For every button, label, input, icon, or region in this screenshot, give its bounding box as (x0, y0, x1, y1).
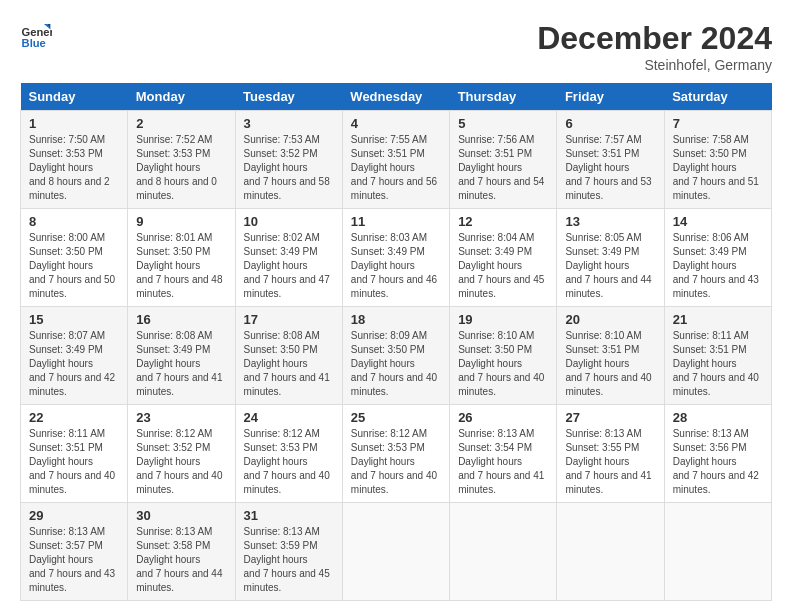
day-info: Sunrise: 8:07 AMSunset: 3:49 PMDaylight … (29, 329, 119, 399)
day-number: 9 (136, 214, 226, 229)
day-info: Sunrise: 8:11 AMSunset: 3:51 PMDaylight … (673, 329, 763, 399)
day-info: Sunrise: 8:11 AMSunset: 3:51 PMDaylight … (29, 427, 119, 497)
location: Steinhofel, Germany (537, 57, 772, 73)
day-number: 13 (565, 214, 655, 229)
day-info: Sunrise: 8:05 AMSunset: 3:49 PMDaylight … (565, 231, 655, 301)
col-friday: Friday (557, 83, 664, 111)
calendar-cell (664, 503, 771, 601)
day-info: Sunrise: 8:09 AMSunset: 3:50 PMDaylight … (351, 329, 441, 399)
calendar-cell: 5 Sunrise: 7:56 AMSunset: 3:51 PMDayligh… (450, 111, 557, 209)
day-info: Sunrise: 8:12 AMSunset: 3:52 PMDaylight … (136, 427, 226, 497)
calendar-cell: 28 Sunrise: 8:13 AMSunset: 3:56 PMDaylig… (664, 405, 771, 503)
calendar-cell: 27 Sunrise: 8:13 AMSunset: 3:55 PMDaylig… (557, 405, 664, 503)
calendar-cell: 18 Sunrise: 8:09 AMSunset: 3:50 PMDaylig… (342, 307, 449, 405)
day-number: 17 (244, 312, 334, 327)
day-info: Sunrise: 8:12 AMSunset: 3:53 PMDaylight … (244, 427, 334, 497)
day-number: 4 (351, 116, 441, 131)
calendar-cell: 7 Sunrise: 7:58 AMSunset: 3:50 PMDayligh… (664, 111, 771, 209)
day-number: 29 (29, 508, 119, 523)
day-number: 8 (29, 214, 119, 229)
calendar-cell: 2 Sunrise: 7:52 AMSunset: 3:53 PMDayligh… (128, 111, 235, 209)
calendar-cell (450, 503, 557, 601)
calendar-cell: 6 Sunrise: 7:57 AMSunset: 3:51 PMDayligh… (557, 111, 664, 209)
day-info: Sunrise: 8:08 AMSunset: 3:49 PMDaylight … (136, 329, 226, 399)
day-number: 28 (673, 410, 763, 425)
svg-text:Blue: Blue (22, 37, 46, 49)
day-number: 21 (673, 312, 763, 327)
col-thursday: Thursday (450, 83, 557, 111)
calendar-cell: 8 Sunrise: 8:00 AMSunset: 3:50 PMDayligh… (21, 209, 128, 307)
day-info: Sunrise: 7:58 AMSunset: 3:50 PMDaylight … (673, 133, 763, 203)
calendar-cell: 23 Sunrise: 8:12 AMSunset: 3:52 PMDaylig… (128, 405, 235, 503)
day-number: 31 (244, 508, 334, 523)
day-number: 24 (244, 410, 334, 425)
svg-text:General: General (22, 26, 52, 38)
day-number: 14 (673, 214, 763, 229)
day-info: Sunrise: 8:08 AMSunset: 3:50 PMDaylight … (244, 329, 334, 399)
calendar-cell: 3 Sunrise: 7:53 AMSunset: 3:52 PMDayligh… (235, 111, 342, 209)
calendar-cell (342, 503, 449, 601)
day-info: Sunrise: 8:13 AMSunset: 3:59 PMDaylight … (244, 525, 334, 595)
calendar-cell: 25 Sunrise: 8:12 AMSunset: 3:53 PMDaylig… (342, 405, 449, 503)
day-number: 10 (244, 214, 334, 229)
day-number: 23 (136, 410, 226, 425)
day-number: 12 (458, 214, 548, 229)
calendar-cell: 4 Sunrise: 7:55 AMSunset: 3:51 PMDayligh… (342, 111, 449, 209)
day-number: 15 (29, 312, 119, 327)
day-number: 19 (458, 312, 548, 327)
calendar-week-row: 1 Sunrise: 7:50 AMSunset: 3:53 PMDayligh… (21, 111, 772, 209)
calendar-cell: 22 Sunrise: 8:11 AMSunset: 3:51 PMDaylig… (21, 405, 128, 503)
calendar-cell: 9 Sunrise: 8:01 AMSunset: 3:50 PMDayligh… (128, 209, 235, 307)
calendar-cell: 12 Sunrise: 8:04 AMSunset: 3:49 PMDaylig… (450, 209, 557, 307)
calendar-cell: 11 Sunrise: 8:03 AMSunset: 3:49 PMDaylig… (342, 209, 449, 307)
day-number: 11 (351, 214, 441, 229)
calendar-header-row: Sunday Monday Tuesday Wednesday Thursday… (21, 83, 772, 111)
calendar-cell: 20 Sunrise: 8:10 AMSunset: 3:51 PMDaylig… (557, 307, 664, 405)
day-info: Sunrise: 7:57 AMSunset: 3:51 PMDaylight … (565, 133, 655, 203)
calendar-cell: 10 Sunrise: 8:02 AMSunset: 3:49 PMDaylig… (235, 209, 342, 307)
day-info: Sunrise: 8:06 AMSunset: 3:49 PMDaylight … (673, 231, 763, 301)
day-number: 6 (565, 116, 655, 131)
calendar-cell (557, 503, 664, 601)
day-number: 30 (136, 508, 226, 523)
page-header: General Blue December 2024 Steinhofel, G… (20, 20, 772, 73)
day-number: 25 (351, 410, 441, 425)
calendar-cell: 15 Sunrise: 8:07 AMSunset: 3:49 PMDaylig… (21, 307, 128, 405)
month-title: December 2024 (537, 20, 772, 57)
day-info: Sunrise: 8:13 AMSunset: 3:54 PMDaylight … (458, 427, 548, 497)
calendar-week-row: 8 Sunrise: 8:00 AMSunset: 3:50 PMDayligh… (21, 209, 772, 307)
day-info: Sunrise: 7:55 AMSunset: 3:51 PMDaylight … (351, 133, 441, 203)
title-block: December 2024 Steinhofel, Germany (537, 20, 772, 73)
day-info: Sunrise: 8:13 AMSunset: 3:57 PMDaylight … (29, 525, 119, 595)
day-number: 16 (136, 312, 226, 327)
day-number: 5 (458, 116, 548, 131)
day-number: 22 (29, 410, 119, 425)
logo: General Blue (20, 20, 52, 52)
day-info: Sunrise: 8:03 AMSunset: 3:49 PMDaylight … (351, 231, 441, 301)
day-info: Sunrise: 7:50 AMSunset: 3:53 PMDaylight … (29, 133, 119, 203)
calendar-cell: 17 Sunrise: 8:08 AMSunset: 3:50 PMDaylig… (235, 307, 342, 405)
calendar-week-row: 29 Sunrise: 8:13 AMSunset: 3:57 PMDaylig… (21, 503, 772, 601)
day-number: 7 (673, 116, 763, 131)
calendar-table: Sunday Monday Tuesday Wednesday Thursday… (20, 83, 772, 601)
col-wednesday: Wednesday (342, 83, 449, 111)
day-number: 18 (351, 312, 441, 327)
day-info: Sunrise: 7:56 AMSunset: 3:51 PMDaylight … (458, 133, 548, 203)
col-tuesday: Tuesday (235, 83, 342, 111)
day-info: Sunrise: 7:52 AMSunset: 3:53 PMDaylight … (136, 133, 226, 203)
day-number: 20 (565, 312, 655, 327)
calendar-week-row: 22 Sunrise: 8:11 AMSunset: 3:51 PMDaylig… (21, 405, 772, 503)
day-info: Sunrise: 8:01 AMSunset: 3:50 PMDaylight … (136, 231, 226, 301)
day-info: Sunrise: 8:02 AMSunset: 3:49 PMDaylight … (244, 231, 334, 301)
calendar-cell: 29 Sunrise: 8:13 AMSunset: 3:57 PMDaylig… (21, 503, 128, 601)
col-saturday: Saturday (664, 83, 771, 111)
calendar-cell: 24 Sunrise: 8:12 AMSunset: 3:53 PMDaylig… (235, 405, 342, 503)
day-info: Sunrise: 8:04 AMSunset: 3:49 PMDaylight … (458, 231, 548, 301)
col-monday: Monday (128, 83, 235, 111)
day-info: Sunrise: 8:13 AMSunset: 3:55 PMDaylight … (565, 427, 655, 497)
calendar-cell: 21 Sunrise: 8:11 AMSunset: 3:51 PMDaylig… (664, 307, 771, 405)
calendar-cell: 30 Sunrise: 8:13 AMSunset: 3:58 PMDaylig… (128, 503, 235, 601)
calendar-cell: 31 Sunrise: 8:13 AMSunset: 3:59 PMDaylig… (235, 503, 342, 601)
day-number: 27 (565, 410, 655, 425)
calendar-cell: 13 Sunrise: 8:05 AMSunset: 3:49 PMDaylig… (557, 209, 664, 307)
